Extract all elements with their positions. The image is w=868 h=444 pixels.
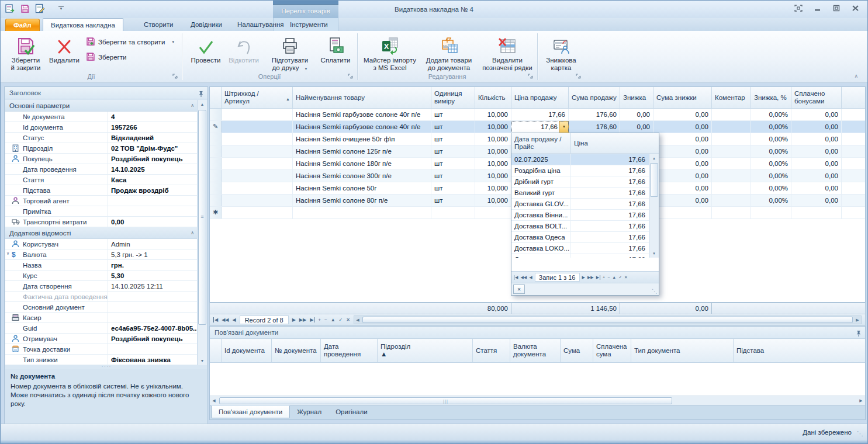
column-bonus[interactable]: Сплаченобонусами — [791, 87, 842, 108]
column-price[interactable]: Ціна продажу — [511, 87, 569, 108]
tab-document[interactable]: Видаткова накладна — [43, 18, 123, 31]
popup-scrollbar[interactable]: ▲ ▼ — [649, 154, 659, 258]
scroll-right-icon[interactable]: ▶ — [857, 398, 865, 403]
list-item-selected[interactable]: 02.07.202517,66 — [511, 154, 649, 165]
popup-resize-grip[interactable]: ⋱ — [652, 288, 658, 294]
list-item[interactable]: Великий гурт17,66 — [511, 188, 649, 199]
nav-cancel-button[interactable]: ✕ — [346, 317, 350, 322]
tab-journal[interactable]: Журнал — [290, 406, 328, 419]
list-item[interactable]: Роздрібна ціна17,66 — [511, 165, 649, 176]
nav-last-button[interactable]: ▶ — [310, 317, 314, 322]
property-row[interactable]: КористувачAdmin — [5, 239, 198, 249]
list-item-clipped[interactable]: Доставка17,66 — [511, 254, 649, 258]
save-create-button[interactable]: Зберегти та створити ▼ — [86, 36, 175, 48]
property-row[interactable]: Курс5,30 — [5, 270, 198, 281]
popup-close-button[interactable]: ✕ — [513, 285, 525, 294]
tab-tools[interactable]: Інструменти — [282, 18, 336, 31]
linked-horizontal-scrollbar[interactable]: ◀ ||| ▶ — [210, 396, 865, 405]
fullscreen-button[interactable] — [794, 5, 803, 12]
nav-first-button[interactable]: ◀ — [514, 275, 518, 280]
dialog-launcher-icon[interactable] — [528, 74, 534, 80]
property-row[interactable]: Касир — [5, 313, 198, 323]
save-button[interactable]: Зберегти — [86, 51, 126, 64]
property-row[interactable]: ∨$Валюта5,3 грн. -> 1 — [5, 249, 198, 260]
scrollbar-thumb[interactable]: ≡ — [198, 110, 206, 325]
tab-linked-documents[interactable]: Пов'язані документи — [211, 405, 290, 418]
category-additional-info[interactable]: Додаткові відомості∧ — [5, 227, 198, 239]
print-dropdown[interactable]: ▼ — [305, 67, 308, 71]
nav-next-page-button[interactable]: ▶▶ — [587, 275, 594, 280]
column-price-date[interactable]: Дата продажу /Прайс — [511, 133, 571, 153]
list-item[interactable]: Доставка LOKO...17,66 — [511, 243, 649, 254]
nav-prev-page-button[interactable]: ◀◀ — [520, 275, 527, 280]
table-row[interactable]: Насіння Semki гарбузове солоне 40г п/ешт… — [210, 109, 865, 121]
linked-grid-body[interactable] — [210, 363, 865, 396]
list-item[interactable]: Дрібний гурт17,66 — [511, 176, 649, 188]
tab-dictionaries[interactable]: Довідники — [183, 18, 230, 31]
nav-last-button[interactable]: ▶ — [596, 275, 600, 280]
nav-first-button[interactable]: ◀ — [213, 317, 218, 322]
property-row[interactable]: Торговий агент — [5, 196, 198, 206]
property-row[interactable]: Підрозділ02 ТОВ "Дрім-Фудс" — [5, 143, 198, 154]
nav-add-button[interactable]: + — [603, 275, 605, 279]
column-discount-pct[interactable]: Знижка, % — [751, 87, 791, 108]
list-item[interactable]: Доставка Вінни...17,66 — [511, 210, 649, 221]
qat-customize-button[interactable]: ▼ — [58, 6, 64, 11]
column-unit[interactable]: Одиницявиміру — [431, 87, 475, 108]
list-item[interactable]: Доставка GLOV...17,66 — [511, 199, 649, 210]
nav-prev-button[interactable]: ◀ — [232, 317, 236, 322]
column-currency[interactable]: Валютадокумента — [510, 339, 561, 362]
list-item[interactable]: Доставка Одеса17,66 — [511, 232, 649, 243]
column-sum[interactable]: Сума продажу — [569, 87, 620, 108]
property-row[interactable]: Дата проведення14.10.2025 — [5, 164, 198, 175]
category-main-params[interactable]: Основні параметри∧ — [5, 100, 198, 112]
nav-ok-button[interactable]: ✓ — [339, 317, 343, 322]
tab-create[interactable]: Створити — [136, 18, 181, 31]
property-row[interactable]: СтаттяКаса — [5, 175, 198, 185]
property-row[interactable]: Основний документ — [5, 302, 198, 313]
property-row[interactable]: Назвагрн. — [5, 260, 198, 270]
column-product-name[interactable]: Найменування товару — [293, 87, 431, 108]
column-price-value[interactable]: Ціна — [571, 133, 659, 153]
property-row[interactable]: ОтримувачРоздрібний покупець — [5, 334, 198, 344]
property-row[interactable]: Id документа1957266 — [5, 122, 198, 133]
property-row[interactable]: Guidec4a6a95-75e2-4007-8b05... — [5, 323, 198, 334]
property-row[interactable]: ПокупецьРоздрібний покупець — [5, 154, 198, 164]
grid-horizontal-scrollbar[interactable]: ◀ ▶ — [354, 315, 862, 324]
property-row[interactable]: № документа4 — [5, 112, 198, 122]
scroll-right-icon[interactable]: ▶ — [854, 318, 861, 322]
scroll-down-icon[interactable]: ▼ — [198, 356, 207, 365]
open-document-icon[interactable] — [5, 4, 15, 13]
tab-originals[interactable]: Оригінали — [328, 406, 374, 419]
column-article[interactable]: Стаття — [473, 339, 510, 362]
nav-next-button[interactable]: ▶ — [292, 317, 296, 322]
tab-file[interactable]: Файл — [5, 19, 40, 31]
scrollbar-thumb[interactable] — [362, 317, 853, 323]
editor-dropdown-button[interactable]: ▼ — [559, 121, 569, 133]
property-row[interactable]: Примітка — [5, 206, 198, 217]
close-icon[interactable] — [852, 5, 859, 12]
nav-edit-button[interactable]: ▲ — [612, 275, 616, 279]
scroll-up-icon[interactable]: ▲ — [198, 100, 207, 109]
property-row[interactable]: Тип знижкиФіксована знижка — [5, 355, 198, 365]
nav-edit-button[interactable]: ▲ — [331, 317, 336, 322]
window-resize-grip[interactable]: ⋱ — [857, 430, 863, 438]
nav-delete-button[interactable]: − — [324, 317, 327, 322]
column-barcode[interactable]: Штрихкод /Артикул▲ — [222, 87, 293, 108]
save-icon[interactable] — [20, 4, 30, 13]
nav-next-button[interactable]: ▶ — [582, 275, 585, 280]
scroll-left-icon[interactable]: ◀ — [354, 318, 361, 322]
property-row[interactable]: Фактична дата проведення — [5, 292, 198, 302]
column-paid-amount[interactable]: Сплаченасума — [593, 339, 631, 362]
nav-next-page-button[interactable]: ▶▶ — [299, 317, 306, 322]
column-comment[interactable]: Коментар — [712, 87, 751, 108]
nav-prev-button[interactable]: ◀ — [529, 275, 532, 280]
discount-card-button[interactable]: Знижкова картка — [540, 33, 583, 80]
scrollbar-thumb[interactable]: ||| — [219, 397, 672, 404]
dialog-launcher-icon[interactable] — [172, 74, 179, 80]
price-cell-editor[interactable]: 17,66 ▼ — [511, 121, 569, 133]
list-item[interactable]: Доставка BOLT...17,66 — [511, 221, 649, 232]
dialog-launcher-icon[interactable] — [576, 74, 582, 80]
column-doc-id[interactable]: Id документа — [222, 339, 272, 362]
nav-add-button[interactable]: + — [318, 317, 321, 322]
